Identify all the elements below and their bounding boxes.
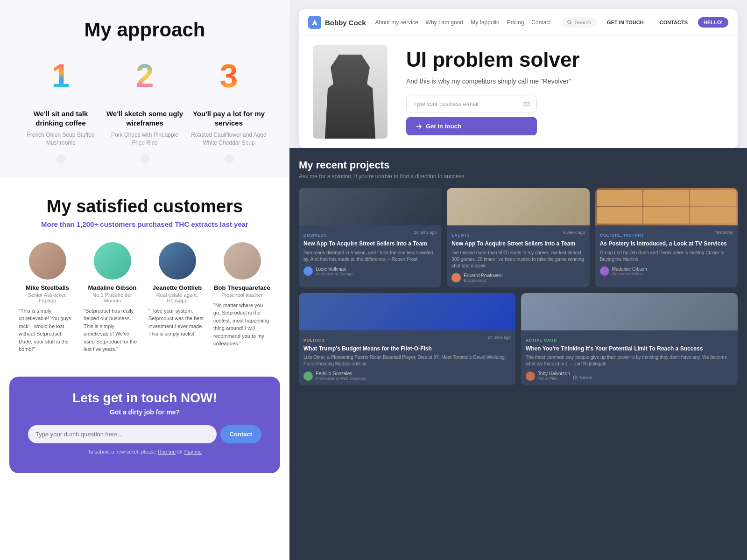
author-role-4: Team Pilot bbox=[538, 376, 570, 381]
project-tag-1: EVENTS bbox=[451, 233, 470, 238]
hero-subtitle: And this is why my competitors simply ca… bbox=[406, 77, 724, 86]
step-2-title: We'll sketch some ugly wireframes bbox=[105, 109, 184, 127]
author-avatar-4 bbox=[526, 371, 535, 381]
hello-btn[interactable]: HELLO! bbox=[698, 17, 728, 28]
project-title-2: As Postery Is Introduced, a Look at TV S… bbox=[600, 240, 733, 248]
hire-me-link[interactable]: Hire me bbox=[158, 449, 176, 455]
step-2-subtitle: Pork Chops with Pineapple Fried Rice bbox=[105, 131, 184, 147]
project-body-3: POLITICS 24 mins ago What Trump's Budget… bbox=[299, 330, 515, 386]
project-title-0: New App To Acquire Street Sellers into a… bbox=[303, 240, 437, 248]
author-role-1: Bizzpreneur bbox=[464, 278, 502, 283]
author-avatar-0 bbox=[303, 266, 313, 276]
projects-grid-bottom: POLITICS 24 mins ago What Trump's Budget… bbox=[299, 293, 738, 386]
contacts-btn[interactable]: CONTACTS bbox=[654, 17, 693, 28]
nav-link-3[interactable]: Pricing bbox=[507, 19, 524, 26]
step-1-title: We'll sit and talk drinking coffee bbox=[21, 109, 100, 127]
search-box[interactable]: Search bbox=[562, 17, 597, 28]
project-title-1: New App To Acquire Street Sellers into a… bbox=[451, 240, 585, 248]
project-body-0: BUSINESS 24 mins ago New App To Acquire … bbox=[299, 225, 441, 281]
testimonial-3-role: Preschool teacher bbox=[213, 292, 271, 298]
testimonial-3-text: "No matter where you go, Setproduct is t… bbox=[213, 301, 271, 348]
avatar-1 bbox=[94, 242, 131, 280]
step-3-title: You'll pay a lot for my services bbox=[189, 109, 268, 127]
contact-footer: To submit a new ticket, please Hire me O… bbox=[28, 449, 261, 455]
author-info-2: Madaline Gibson Illustrative Writer bbox=[612, 266, 647, 276]
author-role-3: Professional Web Desinger bbox=[316, 376, 366, 381]
author-info-1: Edward Powlowski Bizzpreneur bbox=[464, 273, 502, 283]
customers-subtitle: More than 1,200+ customers purchased THC… bbox=[19, 220, 271, 228]
get-in-touch-btn[interactable]: GET IN TOUCH bbox=[601, 17, 649, 28]
author-avatar-1 bbox=[451, 273, 461, 282]
mini-book-2 bbox=[643, 190, 689, 206]
hero-person-image bbox=[313, 45, 388, 139]
hero-cta-button[interactable]: Get in touch bbox=[406, 117, 537, 135]
project-tag-0: BUSINESS bbox=[303, 233, 327, 238]
projects-grid-top: BUSINESS 24 mins ago New App To Acquire … bbox=[299, 188, 738, 287]
project-title-3: What Trump's Budget Means for the Filet-… bbox=[303, 345, 511, 353]
time-badge: 6 mins bbox=[573, 375, 592, 380]
nav-link-1[interactable]: Why I am good bbox=[426, 19, 464, 26]
time-badge-label: 6 mins bbox=[579, 375, 592, 380]
nav-link-2[interactable]: My fappolio bbox=[471, 19, 499, 26]
site-nav: Bobby Cock About my service Why I am goo… bbox=[299, 9, 738, 36]
author-avatar-3 bbox=[303, 371, 313, 381]
project-author-1: Edward Powlowski Bizzpreneur bbox=[451, 273, 585, 283]
step-1-subtitle: French Onion Soup Stuffed Mushrooms bbox=[21, 131, 100, 147]
hero-content: UI problem solver And this is why my com… bbox=[397, 49, 724, 135]
author-role-2: Illustrative Writer bbox=[612, 272, 647, 276]
pay-me-link[interactable]: Pay me bbox=[184, 449, 202, 455]
search-placeholder: Search bbox=[575, 20, 591, 25]
or-label: Or bbox=[177, 449, 183, 455]
testimonials-list: Mike Steelballs Senior Asskicker, Fapapp… bbox=[19, 242, 271, 353]
contact-section: Lets get in touch NOW! Got a dirty job f… bbox=[9, 377, 280, 473]
logo-icon bbox=[308, 16, 321, 29]
step-2-dot bbox=[140, 154, 149, 164]
projects-subtitle: Ask me for a solution, if you're unable … bbox=[299, 173, 738, 180]
author-name-1: Edward Powlowski bbox=[464, 273, 502, 278]
testimonial-1-name: Madaline Gibson bbox=[84, 284, 141, 291]
author-avatar-2 bbox=[600, 266, 609, 276]
testimonial-1: Madaline Gibson No.1 Placeholder Woman "… bbox=[84, 242, 141, 353]
project-card-0[interactable]: BUSINESS 24 mins ago New App To Acquire … bbox=[299, 188, 441, 287]
testimonial-2: Jeanette Gottlieb Real estate agent, Hou… bbox=[148, 242, 206, 353]
customers-subtitle-post: customers purchased THC extracts last ye… bbox=[98, 220, 248, 228]
project-card-4[interactable]: ACTIVE CARD When You're Thinking It's Yo… bbox=[521, 293, 738, 386]
author-name-3: Pedrillo Gonzales bbox=[316, 371, 366, 376]
approach-section: My approach 1 We'll sit and talk drinkin… bbox=[0, 0, 289, 178]
author-info-0: Louie Volkman Asskicker at Fapapp bbox=[316, 266, 354, 276]
project-desc-2: Group Led by Jeb Bush and Derek Jeter is… bbox=[600, 250, 733, 263]
project-body-2: CULTURE, HISTORY Yesterday As Postery Is… bbox=[595, 225, 738, 281]
project-card-1[interactable]: EVENTS A week ago New App To Acquire Str… bbox=[447, 188, 589, 287]
step-2-icon: 2 bbox=[124, 60, 166, 102]
project-time-3: 24 mins ago bbox=[488, 335, 511, 340]
nav-link-4[interactable]: Contact bbox=[531, 19, 550, 26]
mini-book-5 bbox=[643, 207, 689, 224]
contact-input[interactable] bbox=[28, 425, 217, 443]
project-tag-3: POLITICS bbox=[303, 338, 325, 343]
mini-book-1 bbox=[597, 190, 643, 206]
project-desc-0: Two roads diverged in a wood, and I took… bbox=[303, 250, 437, 263]
project-card-2[interactable]: CULTURE, HISTORY Yesterday As Postery Is… bbox=[595, 188, 738, 287]
left-panel: My approach 1 We'll sit and talk drinkin… bbox=[0, 0, 289, 560]
arrow-icon bbox=[416, 123, 422, 130]
step-3-icon: 3 bbox=[208, 60, 250, 102]
project-time-2: Yesterday bbox=[714, 230, 733, 235]
projects-title: My recent projects bbox=[299, 159, 738, 171]
testimonial-0-role: Senior Asskicker, Fapapp bbox=[19, 292, 76, 303]
step-3-dot bbox=[224, 154, 233, 164]
project-img-3 bbox=[299, 293, 515, 330]
project-img-0 bbox=[299, 188, 441, 225]
project-card-3[interactable]: POLITICS 24 mins ago What Trump's Budget… bbox=[299, 293, 515, 386]
hero-email-input[interactable]: Type your business e-mail bbox=[406, 96, 537, 112]
contact-button[interactable]: Contact bbox=[220, 425, 261, 443]
portfolio-site: Bobby Cock About my service Why I am goo… bbox=[299, 9, 738, 148]
contact-footer-text: To submit a new ticket, please bbox=[88, 449, 156, 455]
right-panel: Bobby Cock About my service Why I am goo… bbox=[289, 0, 747, 560]
step-1-dot bbox=[56, 154, 65, 164]
nav-link-0[interactable]: About my service bbox=[375, 19, 418, 26]
mini-book-4 bbox=[597, 207, 643, 224]
customers-count: 1,200+ bbox=[77, 220, 98, 228]
project-tag-4: ACTIVE CARD bbox=[526, 338, 557, 343]
step-1: 1 We'll sit and talk drinking coffee Fre… bbox=[21, 60, 100, 164]
project-img-2 bbox=[595, 188, 738, 225]
